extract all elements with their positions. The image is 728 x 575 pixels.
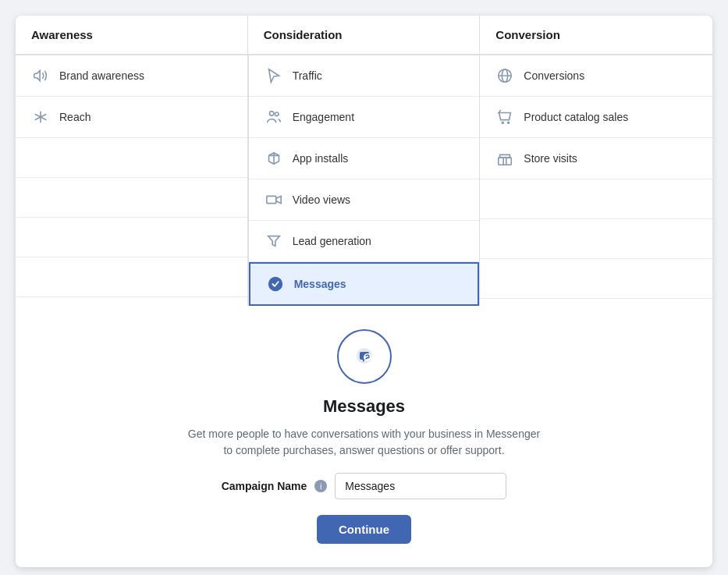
reach-item[interactable]: Reach xyxy=(16,97,247,138)
svg-point-3 xyxy=(269,112,274,116)
lead-generation-item[interactable]: Lead generation xyxy=(249,221,480,262)
traffic-item[interactable]: Traffic xyxy=(249,55,480,97)
brand-awareness-item[interactable]: Brand awareness xyxy=(16,55,247,97)
lead-generation-label: Lead generation xyxy=(293,235,371,247)
consideration-header: Consideration xyxy=(248,16,481,55)
conversion-empty-3 xyxy=(480,259,712,299)
box-icon xyxy=(265,149,283,168)
filter-icon xyxy=(265,232,283,250)
svg-rect-12 xyxy=(499,158,512,165)
svg-point-11 xyxy=(508,122,510,123)
messages-item[interactable]: Messages xyxy=(249,262,480,306)
column-headers: Awareness Consideration Conversion xyxy=(16,16,712,55)
awareness-col: Brand awareness Reach xyxy=(16,55,248,306)
svg-point-4 xyxy=(275,112,279,116)
engagement-item[interactable]: Engagement xyxy=(249,97,480,138)
campaign-name-row: Campaign Name i xyxy=(222,473,507,499)
continue-button[interactable]: Continue xyxy=(317,515,411,544)
people-icon xyxy=(265,108,283,126)
consideration-col: Traffic Engagement xyxy=(248,55,481,306)
campaign-info-icon[interactable]: i xyxy=(314,480,327,492)
traffic-label: Traffic xyxy=(293,69,322,82)
awareness-empty-3 xyxy=(16,218,247,257)
conversions-item[interactable]: Conversions xyxy=(480,55,712,97)
awareness-empty-2 xyxy=(16,178,247,218)
cart-icon xyxy=(495,108,514,126)
cursor-icon xyxy=(265,66,283,85)
selected-title: Messages xyxy=(323,396,405,417)
product-catalog-item[interactable]: Product catalog sales xyxy=(480,97,712,138)
messages-big-icon xyxy=(337,329,392,384)
video-icon xyxy=(265,190,283,209)
selected-description: Get more people to have conversations wi… xyxy=(185,426,544,459)
svg-point-6 xyxy=(268,277,282,291)
app-installs-label: App installs xyxy=(293,152,349,165)
conversion-empty-2 xyxy=(480,219,712,259)
reach-label: Reach xyxy=(59,111,91,123)
conversion-col: Conversions Product catalog sales xyxy=(480,55,712,306)
conversion-empty-1 xyxy=(480,179,712,219)
awareness-header: Awareness xyxy=(16,16,248,55)
store-visits-item[interactable]: Store visits xyxy=(480,138,712,179)
campaign-name-input[interactable] xyxy=(335,473,506,499)
app-installs-item[interactable]: App installs xyxy=(249,138,480,179)
messages-label: Messages xyxy=(294,278,346,290)
campaign-name-label: Campaign Name xyxy=(222,480,307,492)
awareness-empty-1 xyxy=(16,138,247,178)
svg-point-10 xyxy=(502,122,504,123)
engagement-label: Engagement xyxy=(293,111,354,123)
video-views-item[interactable]: Video views xyxy=(249,179,480,221)
conversions-label: Conversions xyxy=(524,69,584,82)
store-visits-label: Store visits xyxy=(524,152,577,165)
main-container: Awareness Consideration Conversion Brand… xyxy=(16,16,712,567)
selected-info-section: Messages Get more people to have convers… xyxy=(16,306,712,567)
asterisk-icon xyxy=(31,108,50,126)
product-catalog-label: Product catalog sales xyxy=(524,111,628,123)
svg-rect-5 xyxy=(266,196,275,203)
megaphone-icon xyxy=(31,66,50,85)
awareness-empty-4 xyxy=(16,257,247,297)
video-views-label: Video views xyxy=(293,193,350,206)
brand-awareness-label: Brand awareness xyxy=(59,69,144,82)
store-icon xyxy=(495,149,514,168)
conversion-header: Conversion xyxy=(480,16,712,55)
check-circle-icon xyxy=(266,275,285,293)
globe-icon xyxy=(495,66,514,85)
